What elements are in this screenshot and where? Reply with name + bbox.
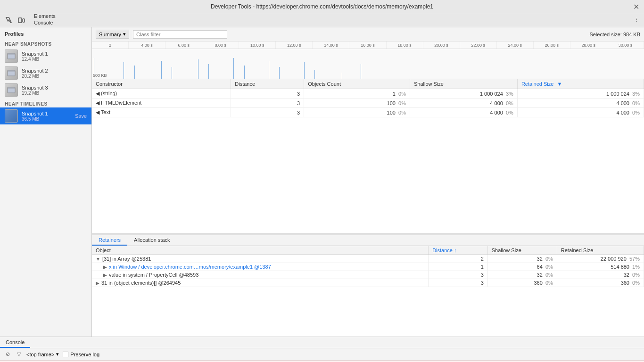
svg-rect-1: [23, 19, 25, 22]
chart-line-11: [304, 62, 305, 79]
expand-icon-1[interactable]: ▶: [103, 264, 107, 270]
cell-shallow-size-2: 4 000 0%: [410, 108, 517, 117]
heap-snapshots-header: HEAP SNAPSHOTS: [0, 39, 91, 48]
col-shallow-size[interactable]: Shallow Size: [410, 79, 517, 89]
bottom-cell-shallow-0: 32 0%: [487, 255, 557, 263]
bottom-col-shallow[interactable]: Shallow Size: [487, 246, 557, 255]
preserve-log-checkbox[interactable]: [63, 352, 68, 357]
time-label-10: 22.00 s: [460, 41, 497, 49]
title-bar: Developer Tools - https://developer.chro…: [0, 0, 644, 13]
bottom-panel: Retainers Allocation stack Object Distan…: [92, 233, 644, 337]
bottom-col-distance[interactable]: Distance ↑: [429, 246, 488, 255]
time-label-8: 18.00 s: [387, 41, 423, 49]
console-tab[interactable]: Console: [0, 337, 30, 348]
bottom-cell-object-0: ▼[31] in Array @25381: [92, 255, 429, 263]
cell-constructor-1: ◀ HTMLDivElement: [92, 99, 231, 108]
preserve-log-area: Preserve log: [63, 352, 99, 357]
col-objects-count[interactable]: Objects Count: [304, 79, 410, 89]
cell-distance-1: 3: [231, 99, 304, 108]
timeline-size-0: 36.5 MB: [22, 116, 71, 122]
nav-icons: [2, 13, 28, 27]
list-item[interactable]: ▶31 in (object elements)[] @264945 3 360…: [92, 279, 644, 287]
snapshot-name-2: Snapshot 3: [22, 85, 48, 90]
time-label-14: 30.00 s: [607, 41, 644, 49]
cell-retained-size-0: 1 000 024 3%: [517, 89, 644, 99]
col-distance[interactable]: Distance: [231, 79, 304, 89]
bottom-cell-object-3: ▶31 in (object elements)[] @264945: [92, 279, 429, 287]
table-row[interactable]: ◀ (string) 3 1 0% 1 000 024 3% 1 000 024…: [92, 89, 644, 99]
col-constructor[interactable]: Constructor: [92, 79, 231, 89]
nav-tab-elements[interactable]: Elements: [28, 13, 65, 20]
chart-line-8: [244, 66, 245, 79]
console-tabs: Console: [0, 337, 644, 348]
main-data-table: Constructor Distance Objects Count Shall…: [92, 79, 644, 233]
main-layout: Profiles HEAP SNAPSHOTS Snapshot 1 12.4 …: [0, 27, 644, 337]
bottom-cell-shallow-3: 360 0%: [487, 279, 557, 287]
expand-icon-0[interactable]: ▼: [96, 256, 100, 262]
timeline-chart: 2 4.00 s 6.00 s 8.00 s 10.00 s 12.00 s 1…: [92, 41, 644, 79]
col-retained-size[interactable]: Retained Size ▼: [517, 79, 644, 89]
snapshot-name-0: Snapshot 1: [22, 51, 48, 57]
timeline-icon-0: [5, 109, 18, 123]
list-item[interactable]: ▶x in Window / developer.chrome.com…mos/…: [92, 263, 644, 271]
chart-line-3: [161, 61, 162, 79]
list-item[interactable]: ▶value in system / PropertyCell @48593 3…: [92, 271, 644, 279]
dropdown-arrow: ▾: [123, 31, 126, 37]
console-clear-icon[interactable]: ⊘: [4, 351, 11, 358]
summary-label: Summary: [99, 32, 121, 37]
window-title: Developer Tools - https://developer.chro…: [211, 3, 433, 10]
class-filter-input[interactable]: [133, 30, 227, 39]
snapshot-icon-2: [5, 83, 18, 97]
frame-label: <top frame>: [26, 352, 54, 357]
timeline-item-0[interactable]: Snapshot 1 36.5 MB Save: [0, 107, 91, 124]
device-icon[interactable]: [17, 16, 25, 25]
time-label-9: 20.00 s: [423, 41, 460, 49]
snapshot-icon-1: [5, 66, 18, 80]
console-toolbar: ⊘ ▽ <top frame> ▾ Preserve log: [0, 348, 644, 361]
time-label-7: 16.00 s: [349, 41, 386, 49]
time-label-5: 12.00 s: [276, 41, 313, 49]
more-options[interactable]: ⋮: [629, 13, 644, 27]
bottom-cell-distance-1: 1: [429, 263, 488, 271]
tab-allocation-stack[interactable]: Allocation stack: [127, 235, 176, 246]
table-row[interactable]: ◀ HTMLDivElement 3 100 0% 4 000 0% 4 000…: [92, 99, 644, 108]
time-label-4: 10.00 s: [239, 41, 276, 49]
bottom-cell-object-1: ▶x in Window / developer.chrome.com…mos/…: [92, 263, 429, 271]
cell-objects-count-1: 100 0%: [304, 99, 410, 108]
snapshot-item-0[interactable]: Snapshot 1 12.4 MB: [0, 48, 91, 65]
time-label-12: 26.00 s: [534, 41, 570, 49]
console-filter-icon[interactable]: ▽: [15, 351, 23, 358]
chart-line-14: [361, 64, 361, 79]
table-row[interactable]: ◀ Text 3 100 0% 4 000 0% 4 000 0%: [92, 108, 644, 117]
bottom-table: Object Distance ↑ Shallow Size Retained …: [92, 246, 644, 287]
snapshot-item-2[interactable]: Snapshot 3 19.2 MB: [0, 82, 91, 99]
svg-rect-0: [18, 18, 22, 23]
bottom-col-retained[interactable]: Retained Size: [557, 246, 644, 255]
chart-area: 500 KB: [92, 49, 644, 79]
sort-arrow: ▼: [557, 81, 562, 87]
preserve-log-label: Preserve log: [70, 352, 99, 357]
bottom-cell-retained-2: 32 0%: [557, 271, 644, 279]
bottom-col-object[interactable]: Object: [92, 246, 429, 255]
time-axis: 2 4.00 s 6.00 s 8.00 s 10.00 s 12.00 s 1…: [92, 41, 644, 49]
snapshot-item-1[interactable]: Snapshot 2 20.2 MB: [0, 65, 91, 82]
nav-tabs: ElementsConsoleSourcesNetworkTimelinePro…: [28, 13, 65, 27]
main-table-body: ◀ (string) 3 1 0% 1 000 024 3% 1 000 024…: [92, 89, 644, 117]
chart-line-13: [342, 73, 342, 79]
nav-tab-console[interactable]: Console: [28, 20, 65, 26]
cell-shallow-size-0: 1 000 024 3%: [410, 89, 517, 99]
main-table: Constructor Distance Objects Count Shall…: [92, 79, 644, 117]
inspect-icon[interactable]: [5, 16, 13, 25]
expand-icon-2[interactable]: ▶: [103, 272, 107, 278]
save-link-0[interactable]: Save: [75, 113, 87, 119]
expand-icon-3[interactable]: ▶: [96, 280, 99, 286]
list-item[interactable]: ▼[31] in Array @25381 2 32 0% 22 000 920…: [92, 255, 644, 263]
chart-line-12: [314, 70, 315, 79]
chart-line-4: [172, 67, 172, 79]
close-button[interactable]: ✕: [633, 2, 639, 11]
summary-dropdown[interactable]: Summary ▾: [96, 30, 129, 39]
cell-distance-0: 3: [231, 89, 304, 99]
tab-retainers[interactable]: Retainers: [92, 235, 127, 246]
chart-line-10: [279, 67, 280, 79]
frame-select[interactable]: <top frame> ▾: [26, 351, 59, 357]
